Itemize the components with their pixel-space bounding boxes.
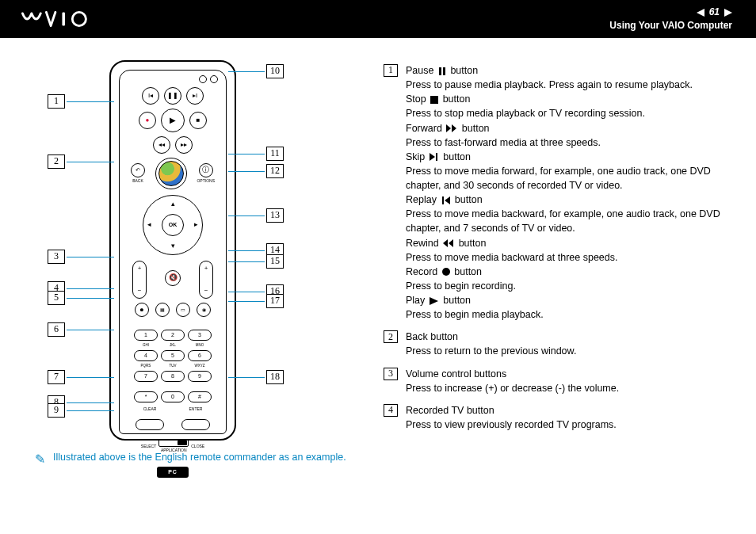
svg-marker-13 [443,239,448,247]
skip-button: ▸I [186,87,204,105]
play-button: ▶ [161,109,185,132]
ir-sensor-icon [199,75,207,83]
key-7: 7 [134,371,158,382]
callout-7: 7 [48,370,65,384]
rec-icon [442,268,450,276]
replay-button: I◂ [142,87,159,105]
svg-marker-7 [446,124,451,132]
prev-page-icon[interactable] [697,9,704,17]
ffwd-icon [446,124,457,132]
clear-label: CLEAR [136,406,164,412]
clear-button [136,419,164,430]
mute-button: 🔇 [165,270,181,286]
callout-1: 1 [48,94,65,109]
stop-icon [430,96,438,104]
dvd-menu-button: ◉ [197,303,211,317]
volume-rocker: +− [132,261,147,299]
callout-18: 18 [266,370,284,384]
callout-12: 12 [266,164,284,178]
record-button: ● [139,112,156,129]
svg-marker-3 [724,9,732,17]
callout-2: 2 [48,154,65,169]
pause-icon [438,67,446,75]
svg-marker-8 [452,124,456,132]
callout-5: 5 [48,291,65,305]
callout-16: 16 [266,284,284,299]
svg-marker-2 [697,9,704,17]
svg-point-15 [442,268,450,276]
key-2: 2 [161,330,185,341]
svg-rect-0 [62,12,65,25]
key-0: 0 [161,391,185,402]
callout-11: 11 [266,147,284,161]
dpad-right-icon: ▸ [194,219,198,230]
svg-marker-14 [449,239,453,247]
callout-15: 15 [266,254,284,269]
callout-9: 9 [48,403,65,418]
switch-center-label: APPLICATION [161,448,187,453]
desc-text-3: Volume control buttonsPress to increase … [406,367,619,395]
numeric-keypad: 1 2 3 GHIJKLMNO 4 5 6 PQRSTUVWXYZ 7 8 9 … [134,322,212,402]
back-button: ↶ [131,163,145,177]
guide-button: ▦ [155,303,170,317]
remote-illustration: I◂ ❚❚ ▸I ● ▶ ■ ◂◂ ▸▸ ↶ [109,60,236,441]
section-title: Using Your VAIO Computer [609,19,732,32]
callout-8: 8 [48,395,65,410]
key-5: 5 [161,350,185,361]
page-nav: 61 [609,6,732,19]
next-page-icon[interactable] [724,9,732,17]
desc-num-1: 1 [384,64,398,77]
application-switch [158,439,189,447]
switch-right-label: CLOSE [191,444,204,449]
dpad-down-icon: ▾ [171,241,175,251]
windows-mce-button [155,158,187,189]
callout-17: 17 [266,294,284,308]
svg-marker-12 [445,196,450,204]
key-1: 1 [134,330,158,341]
stop-button: ■ [189,112,207,129]
vaio-logo [17,11,105,27]
descriptions-column: 1 Pause buttonPress to pause media playb… [384,60,732,468]
ffwd-button: ▸▸ [175,136,193,154]
rew-icon [443,239,454,247]
callout-6: 6 [48,322,65,337]
skip-icon [430,153,439,161]
led-icon [210,75,218,83]
key-4: 4 [134,350,158,361]
svg-point-1 [72,12,86,25]
svg-rect-4 [439,67,441,75]
dpad-up-icon: ▴ [171,199,175,209]
svg-marker-16 [430,297,438,305]
desc-text-2: Back buttonPress to return to the previo… [406,330,576,358]
switch-left-label: SELECT [141,444,156,449]
dpad-left-icon: ◂ [147,219,151,230]
callout-3: 3 [48,250,65,264]
svg-rect-6 [430,96,438,104]
desc-num-2: 2 [384,330,398,343]
recorded-tv-button: ⏺ [135,303,149,317]
ok-button: OK [162,214,184,236]
pause-button: ❚❚ [164,87,181,105]
callout-4: 4 [48,281,65,296]
page-header: 61 Using Your VAIO Computer [0,0,756,38]
desc-text-4: Recorded TV buttonPress to view previous… [406,403,617,432]
rewind-button: ◂◂ [153,136,170,154]
key-6: 6 [188,350,212,361]
key-3: 3 [188,330,212,341]
windows-logo-icon [158,161,184,186]
page-number: 61 [709,6,720,19]
callout-13: 13 [266,208,284,223]
channel-rocker: +− [199,261,213,299]
callout-14: 14 [266,243,284,257]
svg-marker-9 [430,153,435,161]
key-8: 8 [161,371,185,382]
svg-rect-5 [443,67,445,75]
key-hash: # [188,391,212,402]
dpad: ▴ ▾ ◂ ▸ OK [143,195,203,255]
callout-10: 10 [266,64,284,78]
key-9: 9 [188,371,212,382]
svg-rect-10 [436,153,437,161]
replay-icon [441,196,450,204]
note-icon: ✎ [35,450,45,468]
svg-rect-11 [442,196,444,204]
